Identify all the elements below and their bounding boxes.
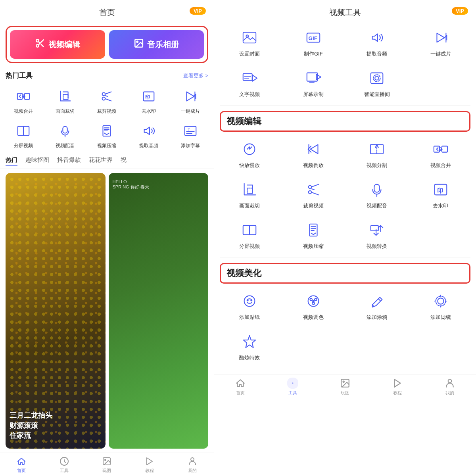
watermark-icon: 印 (139, 86, 159, 106)
svg-point-79 (247, 300, 248, 301)
right-tool-voiceover[interactable]: 视频配音 (345, 175, 409, 213)
right-nav-image[interactable]: 玩图 (319, 378, 371, 396)
right-label-voiceoverv: 视频配音 (367, 202, 387, 209)
video-edit-button[interactable]: 视频编辑 (10, 30, 105, 59)
gallery-text-1: 三月二龙抬头财源滚滚住家流 (10, 411, 52, 441)
watermarkv-icon: 印 (430, 179, 451, 200)
right-nav-mine[interactable]: 我的 (424, 378, 476, 396)
svg-point-92 (343, 381, 344, 382)
tab-more[interactable]: 祝 (121, 156, 127, 166)
nav-tutorial[interactable]: 教程 (128, 456, 171, 474)
svg-line-4 (38, 42, 40, 43)
oneclick-icon (180, 86, 200, 106)
right-tool-convert[interactable]: 视频转换 (345, 216, 409, 253)
right-tool-reverse[interactable]: 视频倒放 (282, 135, 345, 172)
right-tool-gif[interactable]: GIF 制作GIF (282, 23, 345, 61)
nav-mine[interactable]: 我的 (171, 456, 214, 474)
hero-buttons-container: 视频编辑 音乐相册 (6, 26, 208, 63)
right-tool-splitv[interactable]: 视频分割 (345, 135, 409, 172)
right-tool-compressv[interactable]: 视频压缩 (282, 216, 345, 253)
tool-item-audio[interactable]: 提取音频 (129, 118, 169, 152)
scissors-icon (97, 86, 117, 106)
svg-point-89 (438, 298, 443, 304)
right-label-sticker: 添加贴纸 (239, 314, 260, 321)
right-label-textvideo: 文字视频 (239, 91, 260, 98)
right-tool-speed[interactable]: 快放慢放 (218, 135, 281, 172)
right-label-compressv: 视频压缩 (303, 243, 324, 250)
left-vip-badge[interactable]: VIP (190, 7, 206, 15)
svg-line-15 (106, 96, 108, 96)
svg-line-86 (378, 299, 381, 301)
splitscreenv-icon (239, 220, 260, 240)
nav-tools-label: 工具 (60, 468, 69, 474)
right-bottom-nav: 首页 工具 玩图 (214, 374, 476, 398)
tool-item-subtitle[interactable]: T 添加字幕 (171, 118, 211, 152)
right-label-cropv: 画面裁切 (239, 202, 260, 209)
nav-image[interactable]: 玩图 (86, 456, 129, 474)
right-tool-effects[interactable]: 酷炫特效 (218, 327, 281, 365)
right-audio-icon (367, 27, 387, 48)
right-tool-color[interactable]: 视频调色 (282, 287, 345, 324)
right-tool-live[interactable]: 智能直播间 (345, 64, 409, 101)
right-header: 视频工具 VIP (214, 0, 476, 22)
right-tool-textvideo[interactable]: 文字视频 (218, 64, 281, 101)
splitscreen-icon (13, 121, 33, 141)
compressv-icon (303, 220, 324, 240)
right-tool-scissorsv[interactable]: 裁剪视频 (282, 175, 345, 213)
right-nav-tools[interactable]: 工具 (267, 378, 319, 396)
doodle-icon (367, 291, 387, 311)
tool-item-compress[interactable]: 视频压缩 (87, 118, 127, 152)
right-tool-filter[interactable]: 添加滤镜 (409, 287, 472, 324)
edit-tools-row3: 分屏视频 视频压缩 (214, 214, 476, 255)
see-more-link[interactable]: 查看更多 > (183, 72, 208, 79)
tool-item-splitscreen[interactable]: 分屏视频 (3, 118, 43, 152)
tool-label-voiceover: 视频配音 (56, 142, 75, 149)
tab-douyin[interactable]: 抖音爆款 (57, 156, 81, 166)
svg-point-80 (251, 300, 252, 301)
right-nav-home[interactable]: 首页 (214, 378, 267, 396)
right-tool-oneclick[interactable]: 一键成片 (409, 23, 472, 61)
nav-tools[interactable]: 工具 (43, 456, 86, 474)
right-tool-screenrecord[interactable]: 屏幕录制 (282, 64, 345, 101)
right-label-cover: 设置封面 (239, 50, 260, 58)
tab-flower[interactable]: 花花世界 (89, 156, 113, 166)
music-album-button[interactable]: 音乐相册 (109, 30, 204, 59)
right-tool-cropv[interactable]: 画面裁切 (218, 175, 281, 213)
right-tool-sticker[interactable]: 添加贴纸 (218, 287, 281, 324)
right-tool-watermarkv[interactable]: 印 去水印 (409, 175, 472, 213)
right-tool-audio[interactable]: 提取音频 (345, 23, 409, 61)
gallery-item-2[interactable]: HELLOSPRING 你好·春天 (109, 173, 209, 449)
video-edit-label: 视频编辑 (48, 39, 80, 50)
right-label-mergev: 视频合并 (430, 162, 451, 169)
video-nav-icon (144, 456, 155, 466)
edit-tools-row2: 画面裁切 裁剪视频 (214, 174, 476, 214)
tool-label-splitscreen: 分屏视频 (14, 142, 33, 149)
svg-text:印: 印 (145, 94, 150, 100)
right-tool-mergev[interactable]: 视频合并 (409, 135, 472, 172)
tool-item-scissors[interactable]: 裁剪视频 (87, 83, 127, 118)
tab-cutout[interactable]: 趣味抠图 (25, 156, 49, 166)
left-bottom-nav: 首页 工具 玩图 教程 (0, 453, 214, 476)
nav-home[interactable]: 首页 (0, 456, 43, 474)
svg-text:印: 印 (437, 187, 443, 194)
speed-icon (239, 139, 260, 159)
cover-icon (239, 27, 260, 48)
svg-point-51 (374, 75, 380, 81)
right-tool-splitscreenv[interactable]: 分屏视频 (218, 216, 281, 253)
svg-point-35 (191, 458, 194, 461)
tool-item-watermark[interactable]: 印 去水印 (129, 83, 169, 118)
tool-item-crop[interactable]: 画面裁切 (45, 83, 85, 118)
right-nav-tutorial[interactable]: 教程 (371, 378, 424, 396)
right-tool-doodle[interactable]: 添加涂鸦 (345, 287, 409, 324)
tool-grid-row1: 视频合并 画面裁切 (0, 83, 214, 118)
right-vip-badge[interactable]: VIP (452, 7, 468, 15)
right-nav-tutorial-label: 教程 (393, 390, 402, 396)
tool-label-compress: 视频压缩 (97, 142, 116, 149)
tool-item-voiceover[interactable]: 视频配音 (45, 118, 85, 152)
right-tool-cover[interactable]: 设置封面 (218, 23, 281, 61)
tool-item-oneclick[interactable]: 一键成片 (171, 83, 211, 118)
beauty-tools-row1: 添加贴纸 视频调色 (214, 285, 476, 326)
gallery-item-1[interactable]: 三月二龙抬头财源滚滚住家流 (6, 173, 106, 449)
tab-hot[interactable]: 热门 (6, 156, 17, 166)
tool-item-merge[interactable]: 视频合并 (3, 83, 43, 118)
